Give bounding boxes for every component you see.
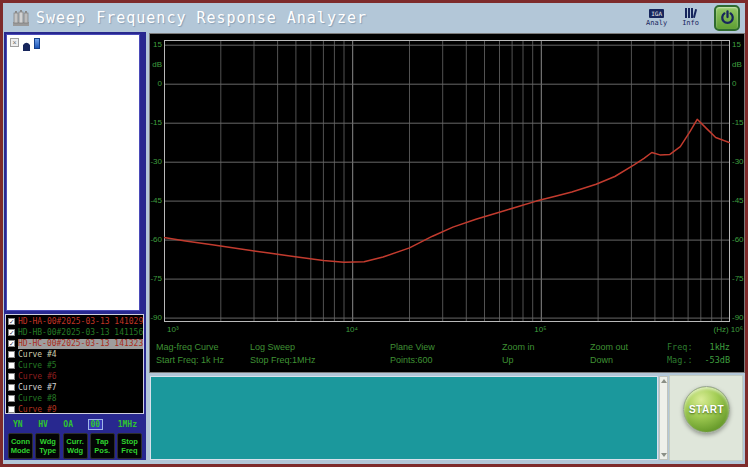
analyze-button[interactable]: IGA Analy [646,9,667,27]
curve-list-item[interactable]: Curve #4 [6,349,143,360]
y-tick-label: -60 [732,235,746,244]
conn-mode-button[interactable]: ConnMode [8,433,33,459]
console-area [150,376,658,460]
analyze-label: Analy [646,19,667,27]
app-logo-icon [12,9,30,27]
analyze-icon: IGA [649,9,664,18]
y-axis-unit-label: dB [732,60,746,69]
start-panel: START [669,375,743,461]
curve-checkbox[interactable]: ✓ [8,329,15,336]
curve-label: HD-HC-00#2025-03-13 141323 [18,339,143,349]
y-tick-label: 15 [732,40,746,49]
stop-freq-1mhz-button[interactable]: Stop Freq:1MHz [250,355,316,365]
up-button[interactable]: Up [502,355,514,365]
info-icon [685,8,696,18]
sidebar: × ✓HD-HA-00#2025-03-13 141029✓HD-HB-00#2… [4,32,146,460]
console-scrollbar[interactable] [659,376,668,460]
points-600-button[interactable]: Points:600 [390,355,433,365]
start-button[interactable]: START [683,386,730,433]
start-freq-1k-hz-button[interactable]: Start Freq: 1k Hz [156,355,224,365]
curve-checkbox[interactable] [8,373,15,380]
curve-label: Curve #4 [18,350,57,360]
curve-checkbox[interactable]: ✓ [8,340,15,347]
y-tick-label: 0 [732,79,746,88]
y-axis-unit-label: dB [150,60,162,69]
mag-readout-value: -53dB [690,355,730,365]
curve-checkbox[interactable] [8,362,15,369]
power-button[interactable] [714,5,740,31]
device-tree-panel[interactable]: × [6,34,140,311]
curve-label: Curve #5 [18,361,57,371]
y-tick-label: -75 [732,274,746,283]
mag-readout-label: Mag.: [667,355,693,365]
x-tick-label: 10³ [167,325,179,334]
app-window: Sweep Frequency Response Analyzer IGA An… [0,0,748,467]
y-tick-label: -90 [150,313,162,322]
stop-freq-value: 1MHz [118,420,137,429]
y-tick-label: -60 [150,235,162,244]
info-label: Info [682,19,699,27]
y-tick-label: -45 [732,196,746,205]
curr-wdg-value: OA [63,420,73,429]
curve-label: HD-HB-00#2025-03-13 141156 [18,328,143,338]
tap-pos-value: 00 [89,420,103,429]
curve-checkbox[interactable] [8,351,15,358]
y-tick-label: -30 [732,157,746,166]
zoom-in-button[interactable]: Zoom in [502,342,535,352]
window-title: Sweep Frequency Response Analyzer [36,9,367,27]
curve-list: ✓HD-HA-00#2025-03-13 141029✓HD-HB-00#202… [5,314,144,414]
settings-status-row: YN HV OA 00 1MHz [5,419,145,430]
zoom-out-button[interactable]: Zoom out [590,342,628,352]
curve-checkbox[interactable] [8,406,15,413]
curve-checkbox[interactable] [8,384,15,391]
curve-checkbox[interactable] [8,395,15,402]
wdg-type-value: HV [38,420,48,429]
x-tick-label: 10⁵ [534,325,546,334]
log-sweep-button[interactable]: Log Sweep [250,342,295,352]
curve-list-item[interactable]: Curve #7 [6,382,143,393]
curve-label: Curve #6 [18,372,57,382]
curve-list-item[interactable]: Curve #5 [6,360,143,371]
x-tick-label: (Hz) 10⁶ [713,325,743,334]
curve-label: Curve #7 [18,383,57,393]
curr-wdg-button[interactable]: Curr.Wdg [63,433,88,459]
tree-device-icon[interactable] [22,38,31,56]
title-bar: Sweep Frequency Response Analyzer IGA An… [3,3,745,32]
power-icon [720,10,735,25]
chart-panel: 150-15-30-45-60-75-90dB 150-15-30-45-60-… [149,33,745,373]
y-tick-label: -90 [732,313,746,322]
info-button[interactable]: Info [682,8,699,27]
curve-list-item[interactable]: Curve #8 [6,393,143,404]
frequency-response-plot[interactable] [164,40,730,322]
curve-list-item[interactable]: ✓HD-HA-00#2025-03-13 141029 [6,316,143,327]
down-button[interactable]: Down [590,355,613,365]
conn-mode-value: YN [13,420,23,429]
freq-readout-value: 1kHz [690,342,730,352]
tree-node-icon[interactable] [34,38,40,49]
curve-list-item[interactable]: Curve #9 [6,404,143,414]
y-tick-label: -15 [732,118,746,127]
tap-pos-button[interactable]: TapPos. [90,433,115,459]
mag-freq-curve-button[interactable]: Mag-freq Curve [156,342,219,352]
curve-list-item[interactable]: ✓HD-HB-00#2025-03-13 141156 [6,327,143,338]
curve-checkbox[interactable]: ✓ [8,318,15,325]
tree-collapse-icon[interactable]: × [10,38,19,47]
stop-freq-button[interactable]: StopFreq [117,433,142,459]
y-tick-label: -30 [150,157,162,166]
y-tick-label: -75 [150,274,162,283]
curve-label: Curve #8 [18,394,57,404]
curve-list-item[interactable]: Curve #6 [6,371,143,382]
curve-label: Curve #9 [18,405,57,415]
wdg-type-button[interactable]: WdgType [35,433,60,459]
settings-button-row: ConnMode WdgType Curr.Wdg TapPos. StopFr… [5,433,145,459]
curve-list-item[interactable]: ✓HD-HC-00#2025-03-13 141323 [6,338,143,349]
y-tick-label: 15 [150,40,162,49]
y-tick-label: -15 [150,118,162,127]
curve-label: HD-HA-00#2025-03-13 141029 [18,317,143,327]
x-tick-label: 10⁴ [346,325,358,334]
freq-readout-label: Freq: [667,342,693,352]
y-tick-label: 0 [150,79,162,88]
plane-view-button[interactable]: Plane View [390,342,435,352]
y-tick-label: -45 [150,196,162,205]
